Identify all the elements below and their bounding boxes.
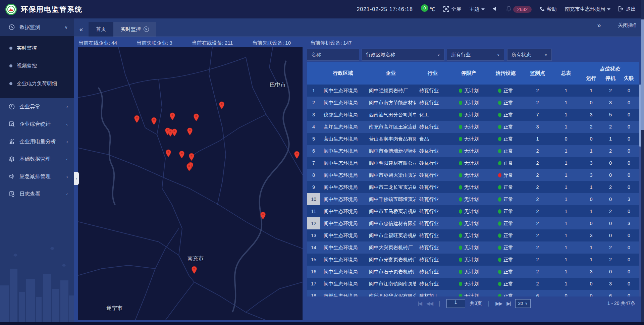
table-row[interactable]: 3仪陇生态环境局西南油气田分公司川中化工无计划正常71350 — [307, 109, 639, 121]
map-pin-icon[interactable] — [165, 149, 171, 157]
tabs-scroll-right-button[interactable]: » — [592, 18, 606, 33]
table-row[interactable]: 2阆中生态环境局阆中市南方节能建材有砖瓦行业无计划正常21030 — [307, 97, 639, 109]
close-icon[interactable]: ✕ — [144, 26, 149, 32]
cell-run: 3 — [580, 266, 602, 278]
sidebar-group-5[interactable]: 应急减排管理‹ — [0, 168, 74, 185]
map-pin-icon[interactable] — [179, 151, 185, 159]
map-canvas[interactable]: 巴中市南充市遂宁市 — [78, 47, 303, 320]
cell-facility-status: 正常 — [488, 181, 523, 193]
first-page-button[interactable]: |◀ — [418, 301, 422, 307]
sidebar-item-视频监控[interactable]: 视频监控 — [0, 57, 74, 75]
cell-meters: 0 — [552, 133, 580, 145]
map-pin-icon[interactable] — [260, 212, 266, 220]
sound-toggle[interactable] — [493, 6, 498, 12]
page-number-input[interactable]: 1 — [446, 299, 465, 308]
name-search-input[interactable]: 名称 — [307, 49, 359, 61]
table-row[interactable]: 1阆中生态环境局阆中强锐页岩砖厂砖瓦行业无计划正常21120 — [307, 85, 639, 97]
cell-points: 2 — [523, 217, 552, 229]
help-button[interactable]: 帮助 — [540, 6, 557, 12]
cell-stop: 6 — [602, 290, 619, 296]
page-scrollbar[interactable] — [641, 0, 644, 325]
cell-facility-status: 正常 — [488, 217, 523, 229]
cell-facility-status: 异常 — [488, 169, 523, 181]
table-row[interactable]: 4高坪生态环境局南充市高坪区王家店建砖瓦行业无计划正常31220 — [307, 121, 639, 133]
col-facility: 治污设施 — [488, 62, 523, 85]
table-row[interactable]: 10阆中生态环境局阆中千佛镇五郎垭页岩砖瓦行业无计划正常21003 — [307, 193, 639, 205]
app-root: 环保用电监管系统 2021-02-25 17:46:18 0 ℃ 全屏 主题 — [0, 0, 644, 325]
org-dropdown[interactable]: 南充市生态环境局 — [565, 6, 610, 12]
map-pin-icon[interactable] — [186, 163, 192, 171]
map-pin-icon[interactable] — [169, 112, 175, 120]
map-pin-icon[interactable] — [219, 101, 225, 109]
sidebar-group-4[interactable]: 基础数据管理‹ — [0, 150, 74, 168]
map-pin-icon[interactable] — [189, 153, 195, 161]
cell-stop: 0 — [602, 266, 619, 278]
status-select[interactable]: 所有状态 ∨ — [507, 49, 552, 61]
cell-run: 1 — [580, 205, 602, 217]
prev-page-button[interactable]: ◀◀ — [426, 301, 433, 307]
table-row[interactable]: 13阆中生态环境局阆中市金福旺页岩机砖砖瓦行业无计划正常21300 — [307, 229, 639, 241]
cell-meters: 1 — [552, 229, 580, 241]
table-row[interactable]: 17阆中生态环境局阆中市江南镇阆南页岩砖瓦行业无计划正常21030 — [307, 278, 639, 290]
table-row[interactable]: 16阆中生态环境局阆中市石子页岩机砖厂砖瓦行业无计划正常21300 — [307, 266, 639, 278]
fullscreen-icon — [443, 6, 449, 13]
industry-select[interactable]: 所有行业 ∨ — [447, 49, 504, 61]
sidebar-group-1[interactable]: 企业异常‹ — [0, 98, 74, 115]
table-row[interactable]: 9阆中生态环境局阆中市二龙长宝页岩砖砖瓦行业无计划正常21120 — [307, 181, 639, 193]
table-row[interactable]: 18南部生态环境局南部县砌华水泥有限公建材加工无计划正常60060 — [307, 290, 639, 296]
cell-rownum: 2 — [307, 97, 320, 109]
map-pin-icon[interactable] — [134, 115, 140, 123]
map-pin-icon[interactable] — [187, 127, 193, 136]
last-page-button[interactable]: ▶| — [506, 301, 510, 307]
tab-home[interactable]: 首页 — [89, 22, 113, 37]
cell-run: 0 — [580, 133, 602, 145]
cell-points: 6 — [523, 290, 552, 296]
cell-facility-status: 正常 — [488, 85, 523, 97]
table-scrollbar[interactable] — [639, 85, 641, 296]
top-header: 环保用电监管系统 2021-02-25 17:46:18 0 ℃ 全屏 主题 — [0, 0, 644, 18]
sidebar-group-2[interactable]: 企业综合统计‹ — [0, 115, 74, 133]
cell-meters: 0 — [552, 290, 580, 296]
table-row[interactable]: 11阆中生态环境局阆中市五马桥页岩机砖砖瓦行业无计划正常21120 — [307, 205, 639, 217]
table-row[interactable]: 6阆中生态环境局阆中市金博瑞新型墙材砖瓦行业无计划正常21120 — [307, 145, 639, 157]
sidebar-item-实时监控[interactable]: 实时监控 — [0, 39, 74, 57]
cell-company: 营山县润丰肉食品有限 — [366, 133, 416, 145]
logout-button[interactable]: 退出 — [619, 6, 636, 12]
tabs-scroll-left-button[interactable]: « — [74, 22, 89, 37]
region-select[interactable]: 行政区域名称 ∨ — [362, 49, 444, 61]
cell-company: 南充市高坪区王家店建 — [366, 121, 416, 133]
table-row[interactable]: 15阆中生态环境局阆中市光富页岩机砖厂砖瓦行业无计划正常21120 — [307, 254, 639, 266]
tab-realtime-monitor[interactable]: 实时监控 ✕ — [113, 22, 156, 37]
chevron-down-icon: ∨ — [64, 25, 68, 30]
page-size-select[interactable]: 20 ∨ — [515, 299, 531, 308]
sidebar-group-6[interactable]: 日志查看‹ — [0, 185, 74, 203]
table-row[interactable]: 14阆中生态环境局阆中大兴页岩机砖厂砖瓦行业无计划正常21120 — [307, 241, 639, 254]
cell-lost: 0 — [619, 85, 639, 97]
sidebar-group-3[interactable]: 企业用电量分析‹ — [0, 133, 74, 150]
cell-rownum: 3 — [307, 109, 320, 121]
cell-company: 阆中市光富页岩机砖厂 — [366, 254, 416, 266]
close-operations-button[interactable]: 关闭操作 — [618, 22, 638, 29]
notification-button[interactable]: 2632 — [506, 6, 532, 13]
cell-stop: 0 — [602, 157, 619, 169]
cell-facility-status: 正常 — [488, 290, 523, 296]
sidebar-item-企业电力负荷明细[interactable]: 企业电力负荷明细 — [0, 75, 74, 93]
map-pin-icon[interactable] — [193, 113, 199, 121]
fullscreen-button[interactable]: 全屏 — [443, 6, 461, 13]
cell-rownum: 16 — [307, 266, 320, 278]
cell-run: 3 — [580, 157, 602, 169]
temperature: 0 ℃ — [421, 6, 435, 12]
sidebar-group-0[interactable]: 数据监测∨ — [0, 18, 74, 36]
map-pin-icon[interactable] — [171, 128, 177, 137]
table-row[interactable]: 12阆中生态环境局阆中市忠信建材有限公砖瓦行业无计划正常21003 — [307, 217, 639, 229]
table-row[interactable]: 5营山生态环境局营山县润丰肉食品有限食品无计划正常10010 — [307, 133, 639, 145]
sidebar-collapse-handle[interactable]: ‹ — [74, 172, 79, 185]
stat-当前在线设备: 当前在线设备: 211 — [192, 40, 233, 46]
map-pin-icon[interactable] — [191, 266, 197, 274]
next-page-button[interactable]: ▶▶ — [495, 301, 502, 307]
map-pin-icon[interactable] — [294, 151, 300, 159]
map-pin-icon[interactable] — [151, 117, 157, 125]
table-row[interactable]: 8阆中生态环境局阆中市枣碧大梁山页岩砖瓦行业无计划异常21300 — [307, 169, 639, 181]
table-row[interactable]: 7阆中生态环境局阆中明阳建材有限公司砖瓦行业无计划正常21300 — [307, 157, 639, 169]
theme-dropdown[interactable]: 主题 — [469, 6, 485, 12]
